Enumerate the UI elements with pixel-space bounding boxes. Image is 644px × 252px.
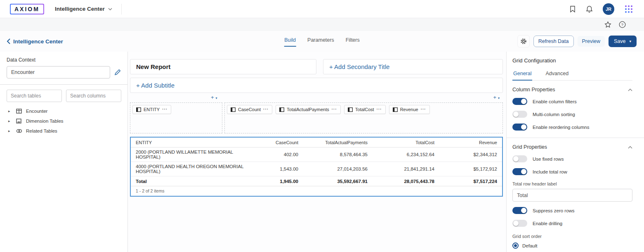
chip-menu-icon[interactable]: ··· — [421, 108, 426, 111]
search-tables-input[interactable] — [7, 90, 62, 102]
bookmark-button[interactable] — [569, 5, 576, 13]
data-context-label: Data Context — [7, 57, 121, 63]
toggle-switch[interactable] — [512, 124, 527, 131]
star-icon — [604, 21, 611, 28]
column-chip-label: TotalActualPayments — [287, 107, 329, 112]
content: Data Context ▸ Encounter — [0, 52, 644, 252]
grid-header-totalcost[interactable]: TotalCost — [373, 138, 439, 147]
total-totalactualpayments: 35,592,667.91 — [303, 177, 373, 186]
column-chip-totalactualpayments[interactable]: TotalActualPayments ··· — [276, 105, 341, 114]
save-dropdown-caret-icon[interactable]: ▾ — [629, 39, 631, 43]
column-chip-label: TotalCost — [355, 107, 374, 112]
column-chip-casecount[interactable]: CaseCount ··· — [227, 105, 272, 114]
preview-button[interactable]: Preview — [578, 36, 605, 47]
bookmark-icon — [569, 5, 576, 13]
avatar[interactable]: JR — [603, 3, 614, 15]
toggle-label: Include total row — [533, 169, 567, 174]
tree-item-label: Dimension Tables — [26, 119, 64, 124]
column-icon — [231, 107, 236, 112]
total-totalcost: 28,075,443.78 — [373, 177, 439, 186]
collapse-section-button[interactable] — [628, 146, 632, 149]
toggle-enable-reordering-columns: Enable reordering columns — [512, 121, 632, 133]
column-chip-label: Revenue — [400, 107, 418, 112]
expand-caret-icon[interactable]: ▸ — [8, 109, 12, 113]
grid-configuration-title: Grid Configuration — [512, 57, 632, 64]
toggle-switch[interactable] — [512, 98, 527, 105]
tab-filters[interactable]: Filters — [345, 35, 360, 47]
back-link[interactable]: Intelligence Center — [7, 38, 63, 45]
radio-custom[interactable]: Custom — [512, 250, 632, 252]
chip-menu-icon[interactable]: ··· — [263, 108, 269, 111]
tab-build[interactable]: Build — [284, 35, 296, 47]
search-columns-input[interactable] — [66, 90, 121, 102]
tree-item-dimension-tables[interactable]: ▸ Dimension Tables — [7, 116, 121, 126]
refresh-data-button[interactable]: Refresh Data — [533, 36, 574, 47]
add-subtitle-button[interactable]: + Add Subtitle — [130, 78, 503, 93]
radio-default[interactable]: Default — [512, 241, 632, 250]
toggle-switch[interactable] — [512, 220, 527, 227]
pencil-icon — [114, 69, 121, 76]
edit-data-context-button[interactable] — [114, 69, 121, 76]
cell-casecount: 402.00 — [256, 150, 303, 159]
data-panel: Data Context ▸ Encounter — [0, 52, 128, 252]
column-chip-entity[interactable]: ENTITY ··· — [132, 105, 171, 114]
notifications-button[interactable] — [586, 5, 593, 13]
add-value-column-button[interactable]: + ▾ — [493, 94, 500, 100]
grid-header-casecount[interactable]: CaseCount — [256, 138, 303, 147]
cell-totalcost: 21,841,291.14 — [373, 164, 439, 174]
settings-button[interactable] — [517, 35, 530, 48]
toggle-switch[interactable] — [512, 168, 527, 175]
grid-header-totalactualpayments[interactable]: TotalActualPayments — [303, 138, 373, 147]
help-button[interactable]: ? — [619, 21, 626, 28]
tree-item-related-tables[interactable]: ▸ Related Tables — [7, 126, 121, 136]
tree-item-encounter[interactable]: ▸ Encounter — [7, 106, 121, 116]
value-columns-dropzone[interactable]: CaseCount ··· TotalActualPayments ··· To… — [224, 102, 503, 133]
chip-menu-icon[interactable]: ··· — [162, 108, 167, 111]
expand-caret-icon[interactable]: ▸ — [8, 119, 12, 123]
tables-tree: ▸ Encounter ▸ Dimension Tables ▸ — [7, 106, 121, 136]
save-button[interactable]: Save ▾ — [609, 36, 637, 47]
apps-launcher-button[interactable] — [624, 5, 633, 14]
topbar-actions: JR — [569, 3, 633, 15]
column-properties-section-header: Column Properties — [512, 87, 632, 93]
column-icon — [136, 107, 141, 112]
add-row-column-button[interactable]: + ▾ — [211, 94, 217, 100]
toggle-multi-column-sorting: Multi-column sorting — [512, 108, 632, 121]
report-title-box[interactable]: New Report — [130, 59, 316, 74]
row-columns-dropzone[interactable]: ENTITY ··· — [130, 102, 222, 133]
data-grid[interactable]: ENTITY CaseCount TotalActualPayments Tot… — [130, 137, 503, 197]
data-context-input[interactable] — [7, 66, 110, 78]
toggle-enable-column-filters: Enable column filters — [512, 95, 632, 108]
plus-icon: + — [211, 94, 214, 100]
toggle-switch[interactable] — [512, 207, 527, 214]
chip-menu-icon[interactable]: ··· — [332, 108, 337, 111]
apps-grid-icon — [624, 5, 633, 14]
expand-caret-icon[interactable]: ▸ — [8, 129, 12, 133]
toggle-switch[interactable] — [512, 111, 527, 118]
caret-down-icon: ▾ — [498, 96, 500, 100]
toggle-switch[interactable] — [512, 155, 527, 162]
column-chip-totalcost[interactable]: TotalCost ··· — [344, 105, 386, 114]
workspace-switcher[interactable]: Intelligence Center — [55, 4, 122, 14]
chip-menu-icon[interactable]: ··· — [377, 108, 382, 111]
tab-advanced[interactable]: Advanced — [545, 68, 569, 80]
toggle-label: Enable drilling — [533, 221, 562, 226]
tab-parameters[interactable]: Parameters — [307, 35, 335, 47]
grid-pagination-status: 1 - 2 of 2 items — [131, 186, 502, 196]
cell-entity: 4000 (PORTLAND HEALTH OREGON MEMORIAL HO… — [131, 162, 256, 176]
add-secondary-title-button[interactable]: + Add Secondary Title — [323, 59, 503, 74]
table-row: 2000 (PORTLAND WILLAMETTE MEMORIAL HOSPI… — [131, 147, 502, 162]
cell-totalactualpayments: 8,578,464.35 — [303, 150, 373, 159]
link-icon — [16, 128, 22, 133]
grid-header-entity[interactable]: ENTITY — [131, 138, 256, 147]
total-row-header-input[interactable] — [512, 189, 632, 202]
cell-totalactualpayments: 27,014,203.56 — [303, 164, 373, 174]
chevron-down-icon — [108, 8, 112, 10]
favorite-button[interactable] — [604, 21, 611, 28]
grid-header-revenue[interactable]: Revenue — [439, 138, 502, 147]
collapse-section-button[interactable] — [628, 88, 632, 91]
tree-item-label: Related Tables — [26, 128, 57, 133]
radio-button[interactable] — [512, 242, 519, 249]
column-chip-revenue[interactable]: Revenue ··· — [389, 105, 430, 114]
tab-general[interactable]: General — [512, 68, 532, 81]
